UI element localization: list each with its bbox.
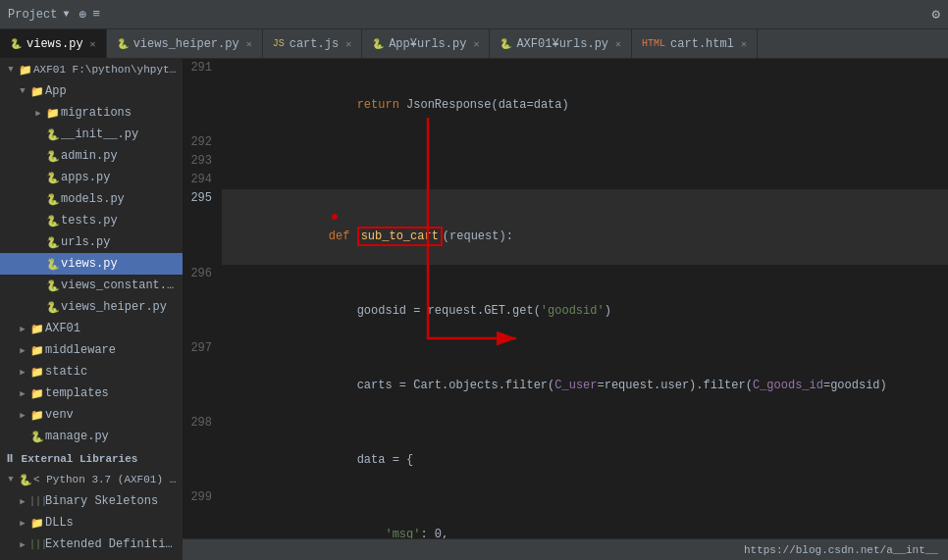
sidebar-item-dlls[interactable]: ▶ 📁 DLLs [0,512,183,534]
tab-cart-html-close[interactable]: ✕ [741,38,747,50]
line-content-294 [222,171,948,189]
line-num-291: 291 [183,59,222,133]
sidebar-label-views-constant: views_constant.py [61,279,179,292]
sidebar-item-models-py[interactable]: 🐍 models.py [0,188,183,210]
sidebar-item-init-py[interactable]: 🐍 __init__.py [0,124,183,145]
py-icon-init: 🐍 [45,128,61,141]
tab-cart-js-label: cart.js [290,37,339,51]
sidebar-label-static: static [45,365,87,379]
line-num-298: 298 [183,414,222,488]
tab-views-py-label: views.py [26,37,83,51]
project-title[interactable]: Project [8,8,57,22]
line-content-293 [222,152,948,171]
folder-icon-venv: 📁 [29,409,45,422]
code-line-294: 294 [183,171,948,189]
settings-icon[interactable]: ⚙ [932,6,940,23]
main-content: ▼ 📁 AXF01 F:\python\yhpython\... ▼ 📁 App… [0,59,948,560]
sidebar-item-migrations[interactable]: ▶ 📁 migrations [0,102,183,124]
tab-views-py-close[interactable]: ✕ [90,38,96,50]
gutter-291 [329,77,341,96]
tab-cart-html-label: cart.html [670,37,734,51]
tab-app-urls-py-close[interactable]: ✕ [473,38,479,50]
line-num-295: 295 [183,189,222,265]
top-bar-icons: ⊕ ≡ [79,7,100,23]
line-num-292: 292 [183,133,222,152]
sidebar-item-axf01-folder[interactable]: ▶ 📁 AXF01 [0,318,183,339]
tab-views-heiper-py-label: views_heiper.py [133,37,239,51]
code-line-297: 297 carts = Cart.objects.filter(C_user=r… [183,339,948,414]
tab-views-heiper-py-close[interactable]: ✕ [246,38,252,50]
tab-app-urls-py-label: App¥urls.py [389,37,466,51]
line-num-297: 297 [183,339,222,414]
code-line-292: 292 [183,133,948,152]
sidebar-item-venv[interactable]: ▶ 📁 venv [0,404,183,426]
tab-views-heiper-py[interactable]: 🐍 views_heiper.py ✕ [107,29,263,58]
folder-icon-templates: 📁 [29,387,45,400]
code-scroll[interactable]: 291 return JsonResponse(data=data) 292 [183,59,948,538]
line-content-292 [222,133,948,152]
sidebar-item-axf01-root[interactable]: ▼ 📁 AXF01 F:\python\yhpython\... [0,59,183,80]
sidebar-item-binary-skeletons[interactable]: ▶ ||| Binary Skeletons [0,490,183,512]
sidebar-item-views-py[interactable]: 🐍 views.py [0,253,183,275]
sidebar-label-python37: < Python 3.7 (AXF01) > F:\... [33,474,179,485]
sidebar-item-admin-py[interactable]: 🐍 admin.py [0,145,183,167]
py-icon-urls: 🐍 [45,236,61,249]
collapse-icon[interactable]: ≡ [92,7,100,22]
sidebar-item-tests-py[interactable]: 🐍 tests.py [0,210,183,231]
py-icon-apps: 🐍 [45,172,61,184]
sidebar-label-apps: apps.py [61,171,110,184]
skeleton-icon: ||| [29,496,45,507]
sidebar-item-static[interactable]: ▶ 📁 static [0,361,183,382]
folder-icon-axf01: 📁 [18,64,33,76]
folder-icon-static: 📁 [29,366,45,379]
tab-cart-html[interactable]: HTML cart.html ✕ [632,29,758,58]
python-lib-icon: 🐍 [18,474,33,486]
sidebar-item-templates[interactable]: ▶ 📁 templates [0,382,183,404]
sidebar-item-urls-py[interactable]: 🐍 urls.py [0,231,183,253]
sidebar-label-templates: templates [45,386,109,400]
folder-icon-axf01-sub: 📁 [29,323,45,335]
code-line-298: 298 data = { [183,414,948,488]
ext-defs-icon: ||| [29,539,45,550]
tab-axf01-urls-py-label: AXF01¥urls.py [516,37,608,51]
tab-cart-js-close[interactable]: ✕ [345,38,351,50]
top-bar: Project ▼ ⊕ ≡ ⚙ [0,0,948,29]
breakpoint-295: ● [329,208,341,227]
sidebar-item-middleware[interactable]: ▶ 📁 middleware [0,339,183,361]
code-line-293: 293 [183,152,948,171]
sidebar-item-apps-py[interactable]: 🐍 apps.py [0,167,183,188]
folder-icon-app: 📁 [29,85,45,98]
sidebar-item-app[interactable]: ▼ 📁 App [0,80,183,102]
folder-icon-dlls: 📁 [29,517,45,530]
line-content-295: ● def sub_to_cart(request): [222,189,948,265]
tree-arrow-migrations: ▶ [31,108,45,119]
code-area: 291 return JsonResponse(data=data) 292 [183,59,948,560]
sidebar-item-views-heiper-py[interactable]: 🐍 views_heiper.py [0,296,183,318]
py-icon-manage: 🐍 [29,431,45,443]
tree-arrow-axf01: ▼ [4,65,18,75]
blog-url: https://blog.csdn.net/a__int__ [744,544,938,556]
sidebar-item-extended-defs[interactable]: ▶ ||| Extended Definitions [0,534,183,555]
project-dropdown[interactable]: ▼ [63,9,69,20]
code-line-299: 299 'msg': 0, [183,488,948,538]
code-line-295: 295 ● def sub_to_cart(request): [183,189,948,265]
tree-arrow-app: ▼ [16,86,29,96]
new-window-icon[interactable]: ⊕ [79,7,86,23]
py-icon-views-constant: 🐍 [45,280,61,292]
sidebar-section-external-libraries[interactable]: ⏸ External Libraries [0,447,183,469]
sidebar[interactable]: ▼ 📁 AXF01 F:\python\yhpython\... ▼ 📁 App… [0,59,183,560]
sidebar-item-python37[interactable]: ▼ 🐍 < Python 3.7 (AXF01) > F:\... [0,469,183,490]
sidebar-item-views-constant-py[interactable]: 🐍 views_constant.py [0,275,183,296]
tab-cart-js[interactable]: JS cart.js ✕ [263,29,362,58]
sidebar-label-extended-defs: Extended Definitions [45,537,179,551]
tab-axf01-urls-py-close[interactable]: ✕ [615,38,621,50]
line-num-296: 296 [183,265,222,339]
tab-views-py[interactable]: 🐍 views.py ✕ [0,29,107,58]
sidebar-item-manage-py[interactable]: 🐍 manage.py [0,426,183,447]
tab-axf01-urls-py[interactable]: 🐍 AXF01¥urls.py ✕ [490,29,632,58]
code-line-296: 296 goodsid = request.GET.get('goodsid') [183,265,948,339]
tab-app-urls-py[interactable]: 🐍 App¥urls.py ✕ [362,29,490,58]
py-icon-views-heiper: 🐍 [45,301,61,314]
sidebar-label-app: App [45,84,67,98]
sidebar-item-lib[interactable]: ▶ 📁 Lib [0,555,183,560]
